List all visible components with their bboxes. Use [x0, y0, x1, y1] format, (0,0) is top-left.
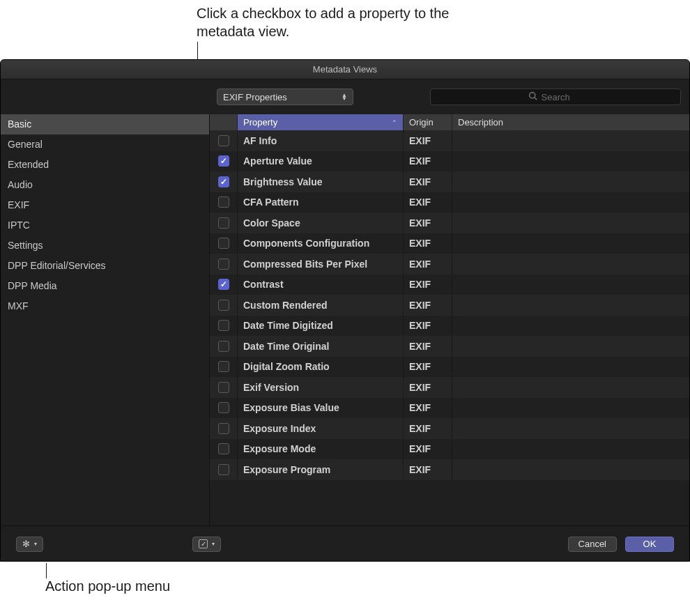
action-popup-button[interactable]: ✻ ▾	[16, 537, 43, 552]
row-property: Aperture Value	[238, 151, 404, 172]
row-checkbox-cell	[210, 357, 238, 378]
sidebar-item[interactable]: General	[1, 134, 209, 155]
sidebar-item[interactable]: EXIF	[1, 195, 209, 215]
table-row[interactable]: CFA PatternEXIF	[210, 192, 689, 213]
row-property: Digital Zoom Ratio	[238, 357, 404, 378]
callout-bottom: Action pop-up menu	[45, 578, 170, 594]
row-property: Exposure Bias Value	[238, 398, 404, 419]
row-description	[452, 336, 689, 357]
row-checkbox-cell: ✓	[210, 171, 238, 192]
chevron-down-icon: ▾	[212, 541, 215, 547]
footer-bar: ✻ ▾ ✓ ▾ Cancel OK	[1, 525, 689, 562]
row-checkbox[interactable]: ✓	[218, 155, 229, 167]
row-checkbox[interactable]	[218, 300, 229, 311]
row-origin: EXIF	[404, 213, 452, 233]
ok-button[interactable]: OK	[625, 537, 674, 552]
table-row[interactable]: Exif VersionEXIF	[210, 377, 689, 398]
row-description	[452, 151, 689, 172]
row-description	[452, 398, 689, 419]
row-origin: EXIF	[404, 377, 452, 398]
row-checkbox[interactable]	[218, 135, 229, 146]
row-property: Color Space	[238, 213, 404, 233]
row-origin: EXIF	[404, 254, 452, 275]
sidebar-item[interactable]: Basic	[1, 114, 209, 134]
cancel-button[interactable]: Cancel	[568, 537, 617, 552]
row-checkbox[interactable]	[218, 259, 229, 270]
row-description	[452, 439, 689, 460]
row-checkbox-cell	[210, 439, 238, 460]
row-checkbox[interactable]	[218, 361, 229, 372]
table-row[interactable]: Color SpaceEXIF	[210, 213, 689, 233]
row-checkbox[interactable]	[218, 423, 229, 434]
row-description	[452, 254, 689, 275]
search-icon	[528, 91, 537, 102]
row-checkbox[interactable]	[218, 402, 229, 413]
row-checkbox-cell: ✓	[210, 151, 238, 172]
table-row[interactable]: Date Time OriginalEXIF	[210, 336, 689, 357]
row-origin: EXIF	[404, 192, 452, 213]
gear-icon: ✻	[22, 539, 30, 549]
table-row[interactable]: Compressed Bits Per PixelEXIF	[210, 254, 689, 275]
row-property: Custom Rendered	[238, 295, 404, 316]
metadata-views-window: Metadata Views EXIF Properties ▲▼ BasicG…	[0, 59, 690, 562]
row-description	[452, 233, 689, 254]
sidebar-item[interactable]: Audio	[1, 175, 209, 195]
table-row[interactable]: Custom RenderedEXIF	[210, 295, 689, 316]
sidebar-item[interactable]: DPP Media	[1, 276, 209, 296]
row-checkbox[interactable]	[218, 217, 229, 229]
column-description[interactable]: Description	[452, 114, 689, 130]
column-checkbox[interactable]	[210, 114, 238, 130]
row-checkbox-cell	[210, 233, 238, 254]
table-row[interactable]: Digital Zoom RatioEXIF	[210, 357, 689, 378]
chevron-down-icon: ▾	[34, 541, 37, 547]
column-description-label: Description	[458, 117, 503, 128]
table-row[interactable]: Exposure Bias ValueEXIF	[210, 398, 689, 419]
row-description	[452, 377, 689, 398]
row-checkbox-cell	[210, 459, 238, 480]
table-row[interactable]: ✓Brightness ValueEXIF	[210, 171, 689, 192]
table-row[interactable]: ✓ContrastEXIF	[210, 275, 689, 295]
row-checkbox-cell	[210, 398, 238, 419]
column-origin[interactable]: Origin	[404, 114, 452, 130]
row-description	[452, 192, 689, 213]
row-property: Components Configuration	[238, 233, 404, 254]
row-description	[452, 459, 689, 480]
sidebar-item[interactable]: DPP Editorial/Services	[1, 256, 209, 276]
table-row[interactable]: Components ConfigurationEXIF	[210, 233, 689, 254]
row-checkbox-cell: ✓	[210, 275, 238, 295]
row-origin: EXIF	[404, 459, 452, 480]
row-checkbox[interactable]: ✓	[218, 176, 229, 187]
table-header: Property ⌃ Origin Description	[210, 114, 689, 130]
check-popup-button[interactable]: ✓ ▾	[192, 537, 221, 552]
sidebar-item[interactable]: Settings	[1, 236, 209, 256]
row-checkbox[interactable]	[218, 443, 229, 454]
sidebar-item[interactable]: Extended	[1, 155, 209, 175]
row-checkbox[interactable]	[218, 464, 229, 475]
row-property: CFA Pattern	[238, 192, 404, 213]
search-input[interactable]	[542, 92, 583, 102]
row-checkbox[interactable]	[218, 341, 229, 352]
callout-line-bottom	[46, 563, 47, 578]
select-arrows-icon: ▲▼	[342, 93, 347, 100]
column-property[interactable]: Property ⌃	[238, 114, 404, 130]
sidebar-item[interactable]: MXF	[1, 296, 209, 316]
table-row[interactable]: Exposure ModeEXIF	[210, 439, 689, 460]
row-checkbox[interactable]	[218, 197, 229, 208]
row-property: Contrast	[238, 275, 404, 295]
table-row[interactable]: AF InfoEXIF	[210, 130, 689, 151]
table-row[interactable]: Exposure ProgramEXIF	[210, 459, 689, 480]
row-checkbox[interactable]	[218, 320, 229, 331]
sidebar-item[interactable]: IPTC	[1, 215, 209, 236]
row-checkbox-cell	[210, 213, 238, 233]
row-origin: EXIF	[404, 398, 452, 419]
row-description	[452, 171, 689, 192]
row-checkbox[interactable]	[218, 382, 229, 393]
properties-select[interactable]: EXIF Properties ▲▼	[217, 88, 353, 105]
table-row[interactable]: ✓Aperture ValueEXIF	[210, 151, 689, 172]
table-row[interactable]: Date Time DigitizedEXIF	[210, 316, 689, 337]
table-row[interactable]: Exposure IndexEXIF	[210, 418, 689, 439]
row-checkbox[interactable]	[218, 238, 229, 249]
row-checkbox[interactable]: ✓	[218, 279, 229, 290]
search-field[interactable]	[430, 88, 681, 105]
sidebar-list: BasicGeneralExtendedAudioEXIFIPTCSetting…	[1, 114, 210, 525]
